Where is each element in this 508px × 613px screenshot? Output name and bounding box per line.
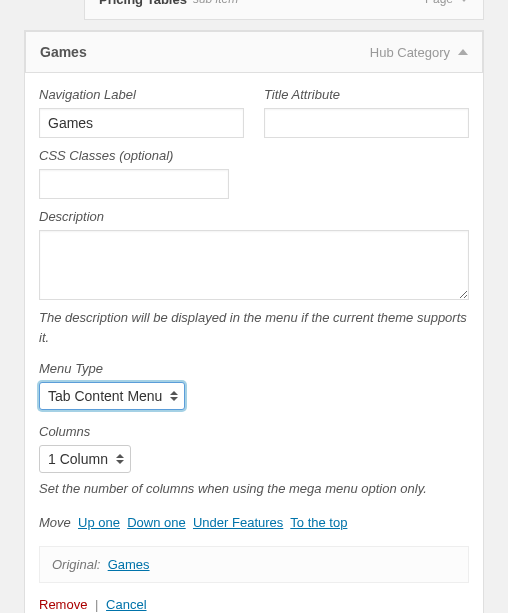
columns-label: Columns (39, 424, 469, 439)
select-caret-icon (170, 391, 178, 401)
menu-item-type: Hub Category (370, 45, 450, 60)
menu-item-subtitle: sub item (193, 0, 238, 6)
action-separator: | (95, 597, 98, 612)
css-classes-label: CSS Classes (optional) (39, 148, 229, 163)
menu-item-body: Navigation Label Title Attribute CSS Cla… (25, 73, 483, 613)
move-under-link[interactable]: Under Features (193, 515, 283, 530)
menu-type-select[interactable]: Tab Content Menu (39, 382, 185, 410)
menu-type-label: Menu Type (39, 361, 469, 376)
original-label: Original: (52, 557, 100, 572)
description-label: Description (39, 209, 469, 224)
menu-type-value: Tab Content Menu (48, 388, 162, 404)
chevron-up-icon (458, 49, 468, 55)
move-label: Move (39, 515, 71, 530)
title-attribute-label: Title Attribute (264, 87, 469, 102)
cancel-link[interactable]: Cancel (106, 597, 146, 612)
columns-select[interactable]: 1 Column (39, 445, 131, 473)
chevron-down-icon (459, 0, 469, 2)
move-to-top-link[interactable]: To the top (290, 515, 347, 530)
menu-item-pricing-tables[interactable]: Pricing Tables sub item Page (84, 0, 484, 20)
css-classes-input[interactable] (39, 169, 229, 199)
title-attribute-input[interactable] (264, 108, 469, 138)
menu-item-header[interactable]: Games Hub Category (25, 31, 483, 73)
menu-item-games: Games Hub Category Navigation Label Titl… (24, 30, 484, 613)
action-row: Remove | Cancel (39, 597, 469, 612)
navigation-label-input[interactable] (39, 108, 244, 138)
navigation-label-label: Navigation Label (39, 87, 244, 102)
move-row: Move Up one Down one Under Features To t… (39, 515, 469, 530)
remove-link[interactable]: Remove (39, 597, 87, 612)
select-caret-icon (116, 454, 124, 464)
description-helper: The description will be displayed in the… (39, 308, 469, 347)
description-textarea[interactable] (39, 230, 469, 300)
menu-item-title: Games (40, 44, 87, 60)
move-down-one-link[interactable]: Down one (127, 515, 186, 530)
original-link[interactable]: Games (108, 557, 150, 572)
columns-helper: Set the number of columns when using the… (39, 479, 469, 499)
menu-item-type: Page (425, 0, 453, 6)
move-up-one-link[interactable]: Up one (78, 515, 120, 530)
menu-item-title: Pricing Tables (99, 0, 187, 7)
columns-value: 1 Column (48, 451, 108, 467)
original-box: Original: Games (39, 546, 469, 583)
